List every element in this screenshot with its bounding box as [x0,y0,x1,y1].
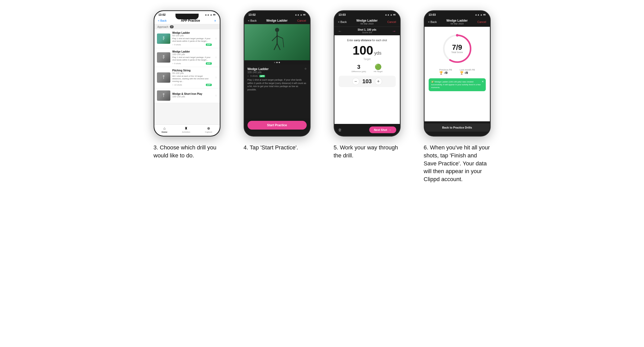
toast-close-button[interactable]: ✕ [482,80,484,83]
shot-label: Shot 1, 100 yds [358,28,376,31]
drill-star-4[interactable]: ☆ [215,94,217,97]
phone6-cancel[interactable]: Cancel [477,20,486,23]
phone4-carousel-dots [244,60,310,65]
score-total-label: Total Score [451,51,463,54]
phone6-col: 13:03 ▲▲ ▲ 46 < Back Wedge Ladder 06 Mar… [416,10,498,183]
increment-button[interactable]: + [375,78,382,85]
pb-previous: Previous PB 🏆 -/9 [439,69,452,75]
phone4-screen: 13:02 ▲▲ ▲ 46 < Back Wedge Ladder Cancel [244,11,310,136]
yds-unit: yds [374,50,382,56]
difference-item: 3 Difference (yds) [351,64,366,73]
drill-range-3: 55-100 yds [172,72,212,74]
drill-name-1: Wedge Ladder [172,31,212,34]
phone3-section-label: Approach 7 [154,24,220,29]
svg-point-6 [163,75,164,77]
drill-item-2[interactable]: Wedge Ladder 100-140 yds Play 1 shot at … [154,48,220,67]
phone5-col: 13:03 ▲▲ ▲ 46 < Back Wedge Ladder 06 Mar… [326,10,408,160]
phone3-nav-title: APP Practice [181,19,200,22]
pb-previous-value: 🏆 -/9 [439,71,452,75]
pb-last-month-label: Last month PB [460,69,475,71]
phone4-nav-title: Wedge Ladder [266,19,287,22]
drill-item-4[interactable]: Wedge & Short Iron Play 100-140 yds ☆ [154,88,220,103]
phone5-notch [356,14,379,19]
phone4-caption: 4. Tap 'Start Practice'. [244,144,311,152]
svg-line-16 [283,38,284,47]
phone5-shot-nav: ← Shot 1, 100 yds Score 5/9 → [334,27,400,35]
phone4-cancel[interactable]: Cancel [297,19,306,22]
next-shot-arrow-icon: → [389,128,392,131]
success-toast: ✅ 'Wedge Ladder (100-140 yds)' was creat… [429,78,486,91]
phone6-time: 13:03 [429,13,436,16]
pb-last-month-value: 🏆 -/9 [460,71,475,75]
phone4-start-btn[interactable]: Start Practice [248,121,307,130]
drill-star-2[interactable]: ☆ [215,56,217,59]
svg-line-12 [272,36,277,41]
activities-icon: ♜ [184,126,188,130]
score-input-row: − 103 + [339,76,396,87]
tab-capture[interactable]: ⊕ Capture [205,126,212,133]
dot-3 [279,62,280,63]
phone3-section-text: Approach [157,26,169,28]
score-ring-container: 7/9 Total Score [440,32,474,65]
trash-icon[interactable]: 🗑 [338,128,342,132]
phone5-shot-screen: Enter carry distance for each shot 100 y… [334,35,400,124]
phone3-screen: 13:02 ▲▲ ▲ 46 < Back APP Practice ≡ Appr… [154,11,220,136]
svg-line-2 [163,38,165,39]
drill-thumb-1 [157,33,170,44]
phone4-shots-row: ○ 9 shots APP [248,75,307,77]
phone3-status-icons: ▲▲ ▲ 46 [205,13,216,16]
phone5-caption: 5. Work your way through the drill. [334,144,401,160]
score-center: 7/9 Total Score [451,44,463,54]
phone6-back-btn[interactable]: Back to Practice Drills [425,123,490,132]
drill-footer-1: ○ 9 shots APP [172,44,212,46]
phone4-col: 13:02 ▲▲ ▲ 46 < Back Wedge Ladder Cancel [236,10,318,152]
phone3-back[interactable]: < Back [158,19,167,22]
drill-badge-2: APP [206,62,211,65]
prev-shot-arrow[interactable]: ← [338,29,342,33]
phone6-status-icons: ▲▲ ▲ 46 [475,13,486,16]
hit-target-item: 🟢 Hit Target [374,64,383,73]
phone3-notch [175,14,199,19]
phone4-back[interactable]: < Back [248,19,257,22]
drill-star-3[interactable]: ☆ [215,76,217,79]
trophy-icon-2: 🏆 [460,71,464,75]
phone6-back[interactable]: < Back [428,20,437,23]
phone3-caption: 3. Choose which drill you would like to … [154,144,220,160]
next-shot-button[interactable]: Next Shot → [369,126,396,133]
drill-shots-2: ○ 9 shots [172,62,181,65]
next-shot-arrow[interactable]: → [392,29,396,33]
phone3-time: 13:02 [158,13,166,16]
phone5-back[interactable]: < Back [338,20,347,23]
difference-value: 3 [351,64,366,70]
tab-home-label: Home [162,131,167,133]
decrement-button[interactable]: − [352,78,359,85]
phone5-status-icons: ▲▲ ▲ 46 [385,13,396,16]
tab-activities[interactable]: ♜ Activities [182,126,190,133]
drill-shots-3: ○ 10 shots [172,84,182,86]
phone3-menu-icon[interactable]: ≡ [214,19,216,22]
drill-footer-3: ○ 10 shots APP [172,84,212,86]
phone3-section-badge: 7 [170,25,174,28]
golf-figure-svg [269,27,285,58]
drill-item-1[interactable]: Wedge Ladder 50-100 yds Play 1 shot at e… [154,29,220,48]
phone4-star[interactable]: ☆ [304,67,307,70]
drill-info-4: Wedge & Short Iron Play 100-140 yds [172,92,212,98]
tab-home[interactable]: ⌂ Home [162,126,167,133]
phone3-drill-list: Wedge Ladder 50-100 yds Play 1 shot at e… [154,29,220,124]
phone3-col: 13:02 ▲▲ ▲ 46 < Back APP Practice ≡ Appr… [146,10,228,160]
phone4-desc: Play 1 shot at each target yardage. If y… [248,78,307,91]
drill-badge-3: APP [206,84,211,86]
phone5-cancel[interactable]: Cancel [387,20,396,23]
drill-star-1[interactable]: ☆ [215,37,217,40]
phone4-shots: 9 shots [250,75,258,77]
drill-thumb-3 [157,72,170,83]
phone5: 13:03 ▲▲ ▲ 46 < Back Wedge Ladder 06 Mar… [334,10,401,137]
home-icon: ⌂ [163,126,165,130]
score-label: Score 5/9 [358,31,376,34]
toast-message: 'Wedge Ladder (100-140 yds)' was created… [431,81,481,89]
difference-label: Difference (yds) [351,70,366,73]
drill-desc-1: Play 1 shot at each target yardage. If y… [172,37,212,43]
score-input-value[interactable]: 103 [362,78,372,85]
phones-row: 13:02 ▲▲ ▲ 46 < Back APP Practice ≡ Appr… [142,10,502,183]
drill-item-3[interactable]: Pitching String 55-100 yds Hit 1 shot at… [154,67,220,88]
